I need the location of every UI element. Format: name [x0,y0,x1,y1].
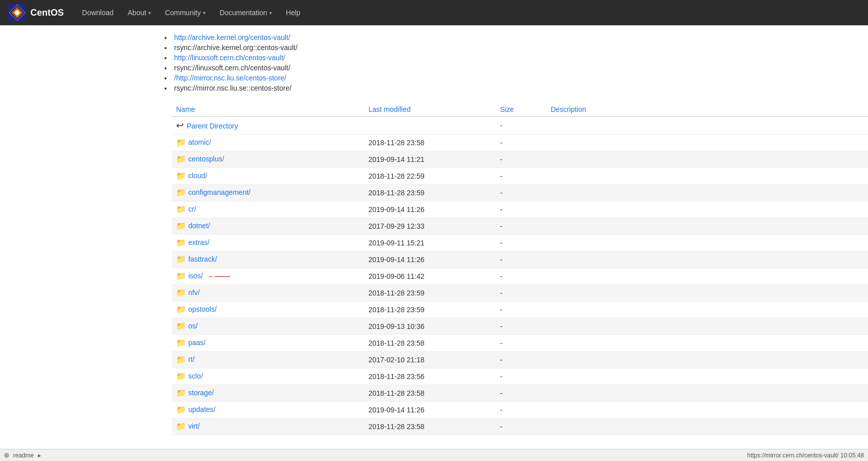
list-item: rsync://archive.kernel.org::centos-vault… [172,44,868,52]
cell-description [547,285,868,302]
logo[interactable]: CentOS [8,4,64,22]
cell-date: 2018-11-28 23:59 [364,185,496,201]
nav-about[interactable]: About ▾ [121,5,157,21]
cell-name: configmanagement/ [172,185,364,201]
table-row: cr/2019-09-14 11:26- [172,201,868,218]
cell-date: 2018-11-28 22:59 [364,168,496,185]
cell-description [547,185,868,201]
table-row: opstools/2018-11-28 23:59- [172,302,868,318]
folder-link[interactable]: atomic/ [188,138,211,146]
folder-icon [176,188,186,198]
cell-name: updates/ [172,402,364,418]
table-row: virt/2018-11-28 23:58- [172,418,868,435]
mirror-link[interactable]: http://archive.kernel.org/centos-vault/ [174,33,291,41]
cell-date: 2017-09-29 12:33 [364,218,496,235]
cell-size: - [496,418,547,435]
cell-description [547,385,868,402]
about-caret: ▾ [148,10,151,16]
navbar: CentOS Download About ▾ Community ▾ Docu… [0,0,868,25]
centos-logo-icon [8,4,26,22]
folder-link[interactable]: paas/ [188,339,205,347]
folder-icon [176,371,186,382]
cell-name: extras/ [172,235,364,252]
cell-description [547,318,868,335]
cell-size: - [496,335,547,352]
col-name[interactable]: Name [172,102,364,117]
cell-date: 2019-09-14 11:26 [364,252,496,268]
cell-size: - [496,117,547,135]
nav-community[interactable]: Community ▾ [159,5,212,21]
folder-icon [176,238,186,248]
list-item: rsync://linuxsoft.cern.ch/centos-vault/ [172,64,868,72]
list-item: http://linuxsoft.cern.ch/centos-vault/ [172,54,868,62]
cell-description [547,268,868,285]
table-row: cloud/2018-11-28 22:59- [172,168,868,185]
cell-size: - [496,368,547,385]
cell-description [547,235,868,252]
cell-name: nfv/ [172,285,364,302]
cell-date: 2018-11-28 23:59 [364,302,496,318]
cell-description [547,368,868,385]
cell-date: 2018-11-28 23:56 [364,368,496,385]
cell-date [364,117,496,135]
documentation-caret: ▾ [269,10,272,16]
cell-size: - [496,185,547,201]
table-row: ↩Parent Directory- [172,117,868,135]
cell-description [547,402,868,418]
folder-link[interactable]: centosplus/ [188,155,224,163]
folder-link[interactable]: storage/ [188,389,214,397]
table-row: nfv/2018-11-28 23:59- [172,285,868,302]
folder-link[interactable]: cr/ [188,205,196,213]
cell-name: virt/ [172,418,364,435]
red-arrow-annotation: ←─── [208,272,230,280]
cell-description [547,218,868,235]
mirror-link[interactable]: /http://mirror.nsc.liu.se/centos-store/ [174,74,286,82]
cell-date: 2019-09-14 11:26 [364,201,496,218]
folder-link[interactable]: extras/ [188,238,210,246]
folder-link[interactable]: nfv/ [188,288,200,297]
table-row: updates/2019-09-14 11:26- [172,402,868,418]
folder-link[interactable]: fasttrack/ [188,255,217,263]
col-last-modified[interactable]: Last modified [364,102,496,117]
folder-icon [176,154,186,164]
cell-size: - [496,151,547,168]
nav-help[interactable]: Help [280,5,307,21]
table-header: Name Last modified Size Description [172,102,868,117]
mirror-text: rsync://linuxsoft.cern.ch/centos-vault/ [174,64,291,72]
cell-description [547,117,868,135]
folder-icon [176,422,186,432]
cell-name: opstools/ [172,302,364,318]
table-body: ↩Parent Directory-atomic/2018-11-28 23:5… [172,117,868,435]
cell-description [547,302,868,318]
cell-description [547,168,868,185]
folder-link[interactable]: opstools/ [188,305,217,313]
folder-link[interactable]: cloud/ [188,172,207,180]
folder-icon [176,171,186,181]
folder-link[interactable]: sclo/ [188,372,203,380]
cell-name: rt/ [172,352,364,368]
folder-link[interactable]: configmanagement/ [188,188,251,196]
cell-size: - [496,385,547,402]
folder-link[interactable]: os/ [188,322,198,330]
cell-size: - [496,168,547,185]
parent-dir-link[interactable]: Parent Directory [187,122,238,130]
col-description[interactable]: Description [547,102,868,117]
folder-link[interactable]: virt/ [188,422,200,430]
cell-date: 2018-11-28 23:58 [364,135,496,151]
table-row: isos/←───2019-09-06 11:42- [172,268,868,285]
folder-link[interactable]: rt/ [188,355,194,363]
nav-documentation[interactable]: Documentation ▾ [214,5,278,21]
col-size[interactable]: Size [496,102,547,117]
cell-name: atomic/ [172,135,364,151]
cell-description [547,252,868,268]
folder-link[interactable]: isos/ [188,272,203,280]
mirror-link[interactable]: http://linuxsoft.cern.ch/centos-vault/ [174,54,285,62]
cell-size: - [496,252,547,268]
folder-link[interactable]: updates/ [188,405,216,413]
nav-download[interactable]: Download [76,5,119,21]
table-row: storage/2018-11-28 23:58- [172,385,868,402]
cell-name: cr/ [172,201,364,218]
cell-date: 2019-09-11 15:21 [364,235,496,252]
cell-date: 2019-09-14 11:21 [364,151,496,168]
folder-link[interactable]: dotnet/ [188,222,210,230]
